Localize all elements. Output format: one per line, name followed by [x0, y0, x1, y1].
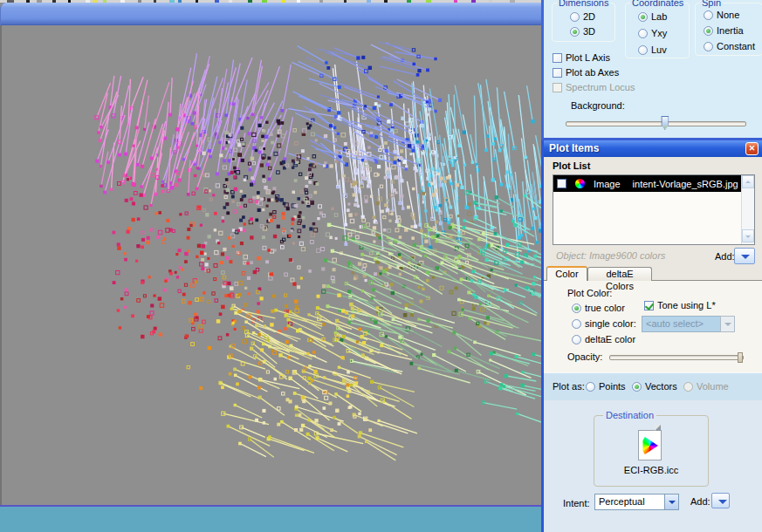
gamut-vector-plot [2, 25, 541, 505]
checkbox-icon [553, 53, 562, 63]
radio-points[interactable]: Points [586, 381, 626, 392]
coordinates-group: Coordinates Lab Yxy Luv [625, 3, 690, 58]
item-filename: intent-Vorlage_sRGB.jpg [633, 179, 738, 189]
scroll-up-icon[interactable] [742, 175, 754, 188]
add-destination-dropdown-button[interactable] [711, 493, 730, 508]
radio-icon [570, 12, 580, 22]
opacity-slider[interactable] [609, 355, 744, 360]
color-wheel-icon [575, 179, 585, 188]
plot-as-label: Plot as: [553, 381, 585, 392]
opacity-slider-thumb[interactable] [738, 352, 743, 363]
tab-color[interactable]: Color [546, 266, 587, 281]
checkbox-icon [553, 68, 562, 78]
intent-select[interactable]: Perceptual [594, 494, 679, 510]
close-icon[interactable]: ✕ [745, 142, 759, 155]
main-window-titlebar[interactable] [0, 3, 541, 25]
radio-icon [586, 382, 595, 392]
plot-list[interactable]: Image intent-Vorlage_sRGB.jpg [553, 174, 755, 245]
radio-icon [638, 29, 648, 38]
background-slider-thumb[interactable] [661, 116, 669, 130]
radio-spin-inertia[interactable]: Inertia [704, 25, 744, 36]
destination-group: Destination ECI-RGB.icc [594, 415, 709, 487]
plot-items-titlebar[interactable]: Plot Items [544, 140, 762, 157]
radio-icon [704, 42, 713, 51]
radio-yxy[interactable]: Yxy [638, 28, 667, 38]
checkbox-plot-ab-axes[interactable]: Plot ab Axes [553, 67, 619, 78]
spin-group-label: Spin [700, 0, 723, 8]
radio-icon [683, 382, 693, 392]
background-label: Background: [571, 100, 625, 111]
single-color-select-value: <auto select> [642, 316, 721, 332]
radio-icon [572, 335, 581, 344]
tab-deltae-colors[interactable]: deltaE Colors [587, 267, 652, 281]
spin-group: Spin None Inertia Constant [695, 3, 762, 56]
radio-deltae-color[interactable]: deltaE color [572, 334, 635, 344]
scroll-down-icon[interactable] [742, 229, 754, 242]
radio-icon [638, 45, 648, 55]
intent-select-value: Perceptual [594, 494, 665, 510]
gamut-plot-area[interactable] [0, 25, 541, 505]
radio-single-color[interactable]: single color: [572, 318, 636, 329]
add-label: Add: [715, 251, 735, 262]
radio-true-color[interactable]: true color [572, 303, 625, 313]
chevron-down-icon [720, 316, 735, 332]
icc-profile-icon[interactable] [638, 430, 662, 460]
radio-lab[interactable]: Lab [638, 11, 667, 22]
checkbox-plot-l-axis[interactable]: Plot L Axis [553, 52, 610, 63]
gamut-triangle-icon [642, 437, 658, 454]
item-checkbox[interactable] [557, 179, 566, 188]
dimensions-group: Dimensions 2D 3D [552, 3, 615, 42]
item-type: Image [594, 179, 621, 189]
plot-list-item[interactable]: Image intent-Vorlage_sRGB.jpg [553, 175, 741, 192]
destination-section: Destination ECI-RGB.icc Intent: Perceptu… [544, 400, 762, 532]
radio-icon [704, 10, 713, 20]
object-info-text: Object: Image9600 colors [556, 250, 665, 261]
radio-icon [572, 319, 581, 329]
page-fold-icon [655, 425, 661, 431]
intent-label: Intent: [563, 498, 590, 508]
plot-list-scrollbar[interactable] [741, 175, 754, 244]
checkbox-icon [644, 301, 654, 310]
radio-icon [704, 26, 713, 36]
chevron-down-icon[interactable] [664, 494, 679, 510]
view-options-panel: Dimensions 2D 3D Coordinates Lab Yxy [541, 0, 762, 140]
destination-group-label: Destination [603, 410, 656, 420]
radio-luv[interactable]: Luv [638, 44, 667, 55]
checkbox-tone-using-l[interactable]: Tone using L* [644, 300, 716, 310]
radio-spin-none[interactable]: None [704, 10, 739, 20]
opacity-label: Opacity: [567, 351, 602, 362]
radio-icon [572, 304, 581, 313]
single-color-select: <auto select> [642, 316, 735, 332]
coordinates-group-label: Coordinates [630, 0, 685, 8]
radio-2d[interactable]: 2D [570, 11, 595, 22]
radio-volume[interactable]: Volume [683, 381, 729, 392]
radio-icon [638, 12, 648, 22]
background-slider[interactable] [566, 121, 746, 126]
profile-name: ECI-RGB.icc [594, 465, 708, 475]
add-label: Add: [690, 496, 711, 507]
app-screen: Dimensions 2D 3D Coordinates Lab Yxy [0, 0, 762, 532]
background-window-strip [0, 507, 541, 532]
dimensions-group-label: Dimensions [557, 0, 610, 8]
color-tab-panel: Plot Color: true color Tone using L* sin… [544, 280, 762, 372]
checkbox-spectrum-locus[interactable]: Spectrum Locus [553, 82, 635, 92]
plot-as-section: Plot as: Points Vectors Volume [544, 372, 762, 400]
plot-list-section: Plot List Image intent-Vorlage_sRGB.jpg … [544, 157, 762, 280]
radio-vectors[interactable]: Vectors [632, 381, 677, 392]
plot-list-label: Plot List [553, 160, 590, 171]
radio-icon [632, 382, 642, 392]
radio-icon [570, 27, 580, 37]
plot-items-window: Plot Items ✕ Plot List Image intent-Vorl… [541, 140, 762, 532]
checkbox-icon [553, 83, 562, 92]
add-dropdown-button[interactable] [734, 248, 755, 264]
radio-3d[interactable]: 3D [570, 26, 595, 37]
radio-spin-constant[interactable]: Constant [704, 41, 755, 51]
